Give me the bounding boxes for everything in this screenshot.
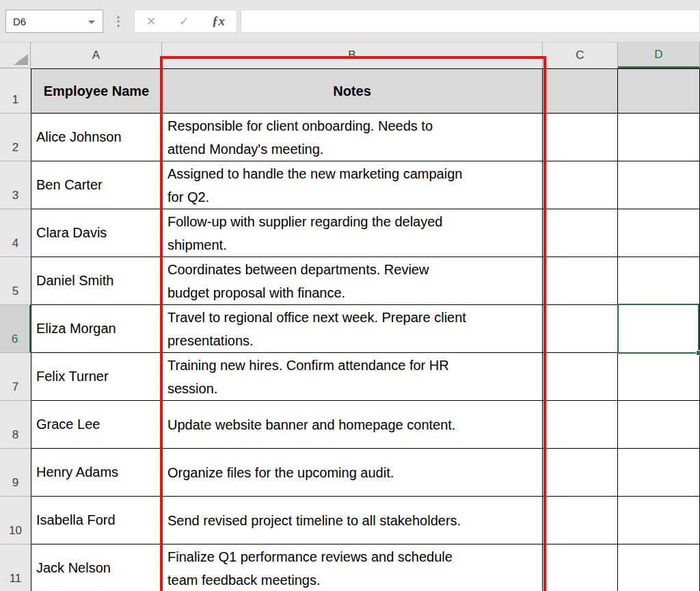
table-row: 9 Henry Adams Organize files for the upc… [0,449,700,497]
cell-b9[interactable]: Organize files for the upcoming audit. [162,449,543,497]
row-header-8[interactable]: 8 [0,401,31,449]
cell-d1[interactable] [618,68,700,114]
cell-a9[interactable]: Henry Adams [31,449,162,497]
cell-a5[interactable]: Daniel Smith [31,257,162,305]
row-header-2[interactable]: 2 [0,114,31,161]
table-row: 11 Jack Nelson Finalize Q1 performance r… [0,544,700,591]
table-row: 7 Felix Turner Training new hires. Confi… [0,353,700,401]
column-header-d[interactable]: D [618,42,700,68]
table-row: 4 Clara Davis Follow-up with supplier re… [0,209,700,257]
column-header-c[interactable]: C [543,42,618,68]
formula-buttons-panel: ✕ ✓ ƒx [134,10,237,33]
cell-a2[interactable]: Alice Johnson [31,114,162,161]
cell-d8[interactable] [618,401,700,449]
row-header-7[interactable]: 7 [0,353,31,401]
table-row: 5 Daniel Smith Coordinates between depar… [0,257,700,305]
cell-a7[interactable]: Felix Turner [31,353,162,401]
table-row: 6 Eliza Morgan Travel to regional office… [0,305,700,353]
row-header-6[interactable]: 6 [0,305,31,353]
cell-d5[interactable] [618,257,700,305]
row-header-4[interactable]: 4 [0,209,31,257]
cell-b2[interactable]: Responsible for client onboarding. Needs… [162,114,543,161]
cell-a3[interactable]: Ben Carter [31,161,162,209]
name-box-dropdown-icon[interactable] [88,21,95,24]
row-header-3[interactable]: 3 [0,161,31,209]
fill-handle[interactable] [696,350,700,356]
cell-c1[interactable] [543,68,618,114]
cell-c4[interactable] [543,209,618,257]
column-header-row: A B C D [0,42,700,68]
cell-c6[interactable] [543,305,618,353]
cell-a11[interactable]: Jack Nelson [31,544,162,591]
cell-d2[interactable] [618,114,700,161]
cancel-icon[interactable]: ✕ [146,14,156,29]
select-all-triangle-icon [14,54,28,65]
cell-c8[interactable] [543,401,618,449]
cell-b3[interactable]: Assigned to handle the new marketing cam… [162,161,543,209]
cell-d4[interactable] [618,209,700,257]
cell-b8[interactable]: Update website banner and homepage conte… [162,401,543,449]
formula-bar-splitter-icon[interactable]: ⋮ [112,9,124,34]
row-header-10[interactable]: 10 [0,497,31,544]
name-box-value: D6 [13,16,26,27]
column-header-a[interactable]: A [31,42,162,68]
cell-d10[interactable] [618,497,700,544]
cell-b10[interactable]: Send revised project timeline to all sta… [162,497,543,544]
table-row: 8 Grace Lee Update website banner and ho… [0,401,700,449]
cell-d9[interactable] [618,449,700,497]
cell-c7[interactable] [543,353,618,401]
table-row: 3 Ben Carter Assigned to handle the new … [0,161,700,209]
cell-d11[interactable] [618,544,700,591]
spreadsheet-grid: A B C D 1 Employee Name Notes 2 Alice Jo… [0,42,700,591]
cell-c10[interactable] [543,497,618,544]
table-row: 2 Alice Johnson Responsible for client o… [0,114,700,161]
cell-c3[interactable] [543,161,618,209]
row-header-9[interactable]: 9 [0,449,31,497]
cell-c9[interactable] [543,449,618,497]
column-header-b[interactable]: B [162,42,543,68]
cell-c2[interactable] [543,114,618,161]
cell-c11[interactable] [543,544,618,591]
select-all-button[interactable] [0,42,31,68]
formula-bar-input[interactable] [241,10,700,33]
cell-d3[interactable] [618,161,700,209]
active-cell-selection-border [617,304,699,354]
cell-b6[interactable]: Travel to regional office next week. Pre… [162,305,543,353]
cell-a1-employee-name-header[interactable]: Employee Name [31,68,162,114]
insert-function-icon[interactable]: ƒx [212,14,225,29]
cell-a10[interactable]: Isabella Ford [31,497,162,544]
cell-d7[interactable] [618,353,700,401]
cell-a6[interactable]: Eliza Morgan [31,305,162,353]
table-row: 10 Isabella Ford Send revised project ti… [0,497,700,544]
enter-icon[interactable]: ✓ [179,14,189,29]
formula-bar-region: D6 ⋮ ✕ ✓ ƒx [0,0,700,42]
row-header-1[interactable]: 1 [0,68,31,114]
cell-b7[interactable]: Training new hires. Confirm attendance f… [162,353,543,401]
excel-window: D6 ⋮ ✕ ✓ ƒx A B C D 1 Employee Name Note… [0,0,700,591]
row-header-5[interactable]: 5 [0,257,31,305]
table-row: 1 Employee Name Notes [0,68,700,114]
cell-a4[interactable]: Clara Davis [31,209,162,257]
row-header-11[interactable]: 11 [0,544,31,591]
name-box[interactable]: D6 [5,10,103,33]
cell-b5[interactable]: Coordinates between departments. Review … [162,257,543,305]
cell-b1-notes-header[interactable]: Notes [162,68,543,114]
cell-a8[interactable]: Grace Lee [31,401,162,449]
cell-b4[interactable]: Follow-up with supplier regarding the de… [162,209,543,257]
cell-b11[interactable]: Finalize Q1 performance reviews and sche… [162,544,543,591]
cell-c5[interactable] [543,257,618,305]
